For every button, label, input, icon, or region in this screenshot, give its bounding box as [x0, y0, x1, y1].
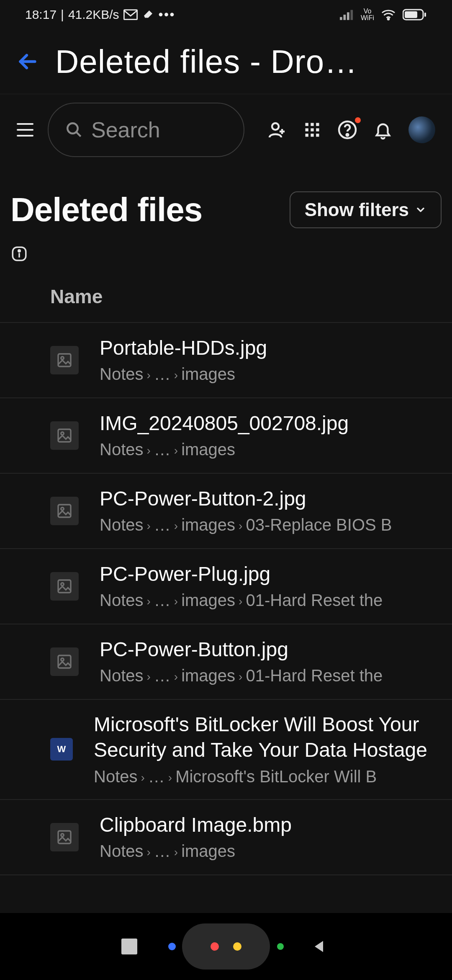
vowifi-label: VoWiFi	[361, 8, 374, 21]
svg-rect-32	[58, 655, 71, 668]
svg-rect-30	[58, 580, 71, 593]
search-placeholder: Search	[91, 117, 160, 142]
image-thumb-icon	[50, 823, 79, 851]
status-time: 18:17	[25, 8, 56, 22]
nav-green-dot[interactable]	[277, 943, 284, 950]
svg-rect-1	[340, 17, 342, 20]
svg-point-27	[61, 432, 64, 435]
status-bar: 18:17 | 41.2KB/s ••• VoWiFi	[0, 0, 452, 29]
image-thumb-icon	[50, 497, 79, 525]
battery-icon	[403, 8, 427, 21]
svg-rect-19	[316, 134, 319, 137]
column-header-name[interactable]: Name	[0, 277, 452, 322]
svg-point-21	[347, 134, 349, 136]
search-icon	[65, 121, 83, 139]
svg-point-10	[272, 123, 279, 130]
file-name: IMG_20240805_002708.jpg	[100, 411, 452, 436]
search-input[interactable]: Search	[48, 103, 244, 157]
bell-icon[interactable]	[373, 120, 393, 139]
status-overflow-icon: •••	[159, 8, 176, 22]
svg-rect-14	[306, 128, 308, 131]
file-name: PC-Power-Button.jpg	[100, 637, 452, 662]
nav-home-button[interactable]	[182, 923, 270, 970]
menu-button[interactable]	[13, 123, 38, 137]
file-name: Microsoft's BitLocker Will Boost Your Se…	[94, 712, 452, 763]
svg-rect-3	[347, 12, 349, 20]
show-filters-button[interactable]: Show filters	[290, 191, 442, 228]
image-thumb-icon	[50, 647, 79, 676]
svg-rect-11	[306, 123, 308, 126]
status-net-speed: 41.2KB/s	[68, 8, 119, 22]
svg-point-23	[18, 250, 21, 252]
svg-rect-15	[311, 128, 313, 131]
page-title: Deleted files	[10, 191, 273, 229]
svg-point-9	[67, 123, 78, 134]
file-row[interactable]: W Microsoft's BitLocker Will Boost Your …	[0, 700, 452, 800]
file-row[interactable]: Portable-HDDs.jpg Notes›…›images	[0, 323, 452, 398]
file-row[interactable]: PC-Power-Button.jpg Notes›…›images›01-Ha…	[0, 624, 452, 700]
file-path: Notes›…›images›01-Hard Reset the	[100, 589, 452, 611]
svg-rect-18	[311, 134, 313, 137]
add-user-icon[interactable]	[267, 120, 287, 140]
show-filters-label: Show filters	[305, 199, 409, 220]
file-path: Notes›…›images	[100, 363, 452, 385]
svg-rect-34	[58, 831, 71, 843]
image-thumb-icon	[50, 346, 79, 374]
image-thumb-icon	[50, 421, 79, 450]
chevron-down-icon	[415, 204, 426, 216]
svg-point-31	[61, 583, 64, 586]
file-row[interactable]: Clipboard Image.bmp Notes›…›images	[0, 800, 452, 875]
file-row[interactable]: IMG_20240805_002708.jpg Notes›…›images	[0, 398, 452, 474]
svg-rect-17	[306, 134, 308, 137]
svg-rect-4	[351, 10, 353, 20]
svg-rect-24	[58, 354, 71, 366]
svg-rect-8	[424, 13, 426, 17]
system-nav-bar	[0, 913, 452, 980]
svg-point-33	[61, 658, 64, 661]
file-path: Notes›…›images	[100, 840, 452, 862]
apps-grid-icon[interactable]	[303, 121, 321, 139]
file-name: Clipboard Image.bmp	[100, 812, 452, 838]
svg-rect-13	[316, 123, 319, 126]
notification-dot-icon	[355, 117, 361, 123]
file-name: PC-Power-Button-2.jpg	[100, 486, 452, 511]
svg-rect-2	[344, 15, 346, 20]
svg-point-25	[61, 357, 64, 360]
svg-rect-12	[311, 123, 313, 126]
title-bar: Deleted files - Dro…	[0, 29, 452, 94]
svg-rect-7	[405, 11, 417, 18]
file-path: Notes›…›images›01-Hard Reset the	[100, 665, 452, 686]
toolbar: Search	[0, 94, 452, 165]
svg-rect-28	[58, 505, 71, 517]
cellular-signal-icon	[340, 9, 354, 20]
eraser-icon	[142, 8, 154, 21]
svg-rect-16	[316, 128, 319, 131]
avatar[interactable]	[408, 116, 435, 143]
window-title: Deleted files - Dro…	[39, 43, 452, 81]
file-name: PC-Power-Plug.jpg	[100, 562, 452, 587]
help-icon[interactable]	[337, 120, 357, 140]
svg-rect-0	[124, 10, 137, 20]
file-list: Portable-HDDs.jpg Notes›…›images IMG_202…	[0, 322, 452, 875]
image-thumb-icon	[50, 572, 79, 601]
status-sep: |	[61, 8, 64, 22]
word-doc-icon: W	[50, 738, 73, 761]
svg-point-5	[388, 18, 389, 20]
file-name: Portable-HDDs.jpg	[100, 335, 452, 361]
svg-rect-26	[58, 429, 71, 442]
back-arrow-icon[interactable]	[17, 51, 39, 72]
file-path: Notes›…›images›03-Replace BIOS B	[100, 514, 452, 536]
nav-assistant-dot[interactable]	[168, 943, 176, 950]
nav-recents-button[interactable]	[121, 939, 137, 954]
wifi-icon	[381, 9, 396, 21]
file-path: Notes›…›Microsoft's BitLocker Will B	[94, 766, 452, 787]
gmail-icon	[123, 9, 138, 20]
svg-point-35	[61, 834, 64, 837]
svg-point-29	[61, 508, 64, 511]
info-icon[interactable]	[10, 245, 28, 263]
file-path: Notes›…›images	[100, 438, 452, 460]
file-row[interactable]: PC-Power-Plug.jpg Notes›…›images›01-Hard…	[0, 549, 452, 624]
file-row[interactable]: PC-Power-Button-2.jpg Notes›…›images›03-…	[0, 474, 452, 549]
nav-back-button[interactable]	[311, 938, 327, 955]
